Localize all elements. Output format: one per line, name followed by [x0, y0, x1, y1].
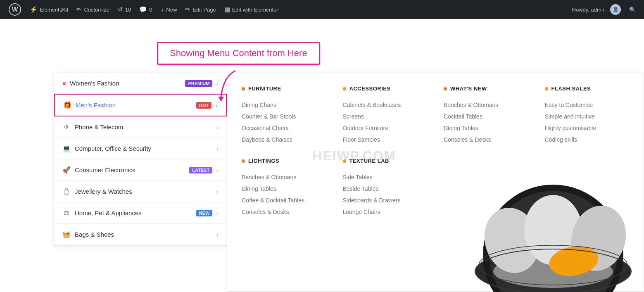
comments-icon: 💬 — [139, 6, 147, 13]
sidebar-item-bags-shoes[interactable]: 🧺 Bags & Shoes › — [54, 224, 227, 245]
svg-marker-2 — [218, 97, 224, 102]
rocket-icon: 🚀 — [62, 166, 71, 174]
lightings-header: LIGHTINGS — [242, 158, 322, 164]
link-highly-customisable[interactable]: Highly customisable — [545, 122, 625, 134]
lightings-dot — [242, 159, 245, 163]
link-consoles-desks-w[interactable]: Consoles & Desks — [444, 134, 524, 145]
admin-bar: W ⚡ ElementsKit ✏ Customize ↺ 10 💬 0 + N… — [0, 0, 644, 19]
furniture-dot — [242, 87, 245, 90]
link-dining-tables-w[interactable]: Dining Tables — [444, 122, 524, 134]
comments-button[interactable]: 💬 0 — [136, 0, 155, 19]
gift-icon: 🎁 — [63, 101, 71, 109]
link-counter-bar-stools[interactable]: Counter & Bar Stools — [242, 111, 322, 122]
chevron-right-blue-icon: › — [216, 102, 218, 109]
elementskit-icon: ⚡ — [30, 6, 38, 13]
annotation-container: Showing Menu Content from Here — [157, 42, 320, 65]
sidebar-item-consumer-electronics[interactable]: 🚀 Consumer Electronics LATEST › — [54, 159, 227, 181]
wp-logo-button[interactable]: W — [5, 0, 25, 19]
search-icon: 🔍 — [629, 7, 636, 13]
texture-lab-header: TEXTURE LAB — [343, 158, 423, 164]
link-beside-tables[interactable]: Beside Tables — [343, 183, 423, 195]
premium-badge: PREMIUM — [185, 80, 212, 87]
link-benches-ottomans-w[interactable]: Benches & Ottomans — [444, 99, 524, 111]
link-coffee-cocktail[interactable]: Coffee & Cocktail Tables — [242, 195, 322, 206]
link-dining-tables-l[interactable]: Dining Tables — [242, 183, 322, 195]
updates-icon: ↺ — [118, 6, 123, 13]
sidebar-item-womens-fashion[interactable]: ≡ Women's Fashion PREMIUM › — [54, 73, 227, 94]
link-simple-intuitive[interactable]: Simple and intuitive — [545, 111, 625, 122]
search-button[interactable]: 🔍 — [626, 0, 639, 19]
edit-page-icon: ✏ — [185, 6, 190, 13]
link-cocktail-tables[interactable]: Cocktail Tables — [444, 111, 524, 122]
new-icon: + — [161, 6, 164, 13]
computer-icon: 💻 — [62, 145, 71, 152]
sidebar-item-phone-telecom[interactable]: ✈ Phone & Telecom › — [54, 116, 227, 138]
link-coding-skills[interactable]: Coding skills — [545, 134, 625, 145]
sidebar-item-computer-office[interactable]: 💻 Computer, Office & Security › — [54, 138, 227, 159]
svg-text:W: W — [12, 6, 18, 13]
mega-col-accessories: ACCESSORIES Cabinets & Bookcases Screens… — [337, 85, 430, 279]
sidebar-item-home-pet[interactable]: ⚖ Home, Pet & Appliances NEW › — [54, 202, 227, 224]
customize-button[interactable]: ✏ Customize — [73, 0, 112, 19]
edit-page-button[interactable]: ✏ Edit Page — [182, 0, 219, 19]
customize-icon: ✏ — [76, 6, 82, 13]
chevron-right-icon: › — [216, 188, 219, 195]
admin-bar-right: Howdy, admin 👤 🔍 — [569, 0, 639, 19]
home-icon: ⚖ — [62, 209, 71, 217]
link-screens[interactable]: Screens — [343, 111, 423, 122]
link-cabinets-bookcases[interactable]: Cabinets & Bookcases — [343, 99, 423, 111]
link-benches-ottomans-l[interactable]: Benches & Ottomans — [242, 171, 322, 183]
flash-sales-dot — [545, 87, 548, 90]
edit-elementor-button[interactable]: ▦ Edit with Elementor — [221, 0, 282, 19]
elementskit-button[interactable]: ⚡ ElementsKit — [26, 0, 71, 19]
flash-sales-header: FLASH SALES — [545, 85, 625, 92]
annotation-arrow — [215, 69, 240, 102]
phone-icon: ✈ — [62, 123, 71, 131]
bags-icon: 🧺 — [62, 230, 71, 238]
accessories-dot — [343, 87, 346, 90]
mega-col-furniture: FURNITURE Dining Chairs Counter & Bar St… — [235, 85, 328, 279]
chevron-right-icon: › — [216, 231, 219, 238]
link-floor-samples[interactable]: Floor Samples — [343, 134, 423, 145]
new-button[interactable]: + New — [157, 0, 181, 19]
annotation-text: Showing Menu Content from Here — [170, 48, 307, 58]
link-lounge-chairs[interactable]: Lounge Chairs — [343, 206, 423, 218]
whats-new-header: WHAT'S NEW — [444, 85, 524, 92]
hot-badge: HOT — [196, 102, 211, 109]
updates-button[interactable]: ↺ 10 — [114, 0, 134, 19]
sidebar-item-jewellery-watches[interactable]: 💍 Jewellery & Watches › — [54, 181, 227, 202]
whats-new-dot — [444, 87, 447, 90]
hamburger-icon: ≡ — [62, 80, 66, 87]
chevron-right-icon: › — [216, 210, 219, 216]
link-side-tables[interactable]: Side Tables — [343, 171, 423, 183]
avatar: 👤 — [610, 4, 621, 15]
furniture-image — [446, 176, 644, 292]
link-dining-chairs[interactable]: Dining Chairs — [242, 99, 322, 111]
link-easy-customise[interactable]: Easy to Customise — [545, 99, 625, 111]
howdy-admin[interactable]: Howdy, admin 👤 — [569, 0, 624, 19]
latest-badge: LATEST — [189, 167, 212, 173]
link-sideboards-drawers[interactable]: Sideboards & Drawers — [343, 195, 423, 206]
sidebar-menu: ≡ Women's Fashion PREMIUM › 🎁 Men's Fash… — [54, 73, 227, 246]
elementor-icon: ▦ — [224, 6, 230, 13]
main-content: Showing Menu Content from Here ≡ Women's… — [0, 19, 644, 292]
furniture-header: FURNITURE — [242, 85, 322, 92]
jewellery-icon: 💍 — [62, 188, 71, 195]
link-consoles-desks-l[interactable]: Consoles & Desks — [242, 206, 322, 218]
link-daybeds-chaises[interactable]: Daybeds & Chaises — [242, 134, 322, 145]
chevron-right-icon: › — [216, 124, 219, 131]
link-outdoor-furniture[interactable]: Outdoor Furniture — [343, 122, 423, 134]
chevron-right-icon: › — [216, 167, 219, 173]
link-occasional-chairs[interactable]: Occasional Chairs — [242, 122, 322, 134]
sofa-svg — [446, 176, 644, 292]
chevron-right-icon: › — [216, 145, 219, 152]
new-badge: NEW — [196, 210, 213, 216]
texture-dot — [343, 159, 346, 163]
accessories-header: ACCESSORIES — [343, 85, 423, 92]
annotation-box: Showing Menu Content from Here — [157, 42, 320, 65]
sidebar-item-mens-fashion[interactable]: 🎁 Men's Fashion HOT › — [54, 94, 227, 116]
